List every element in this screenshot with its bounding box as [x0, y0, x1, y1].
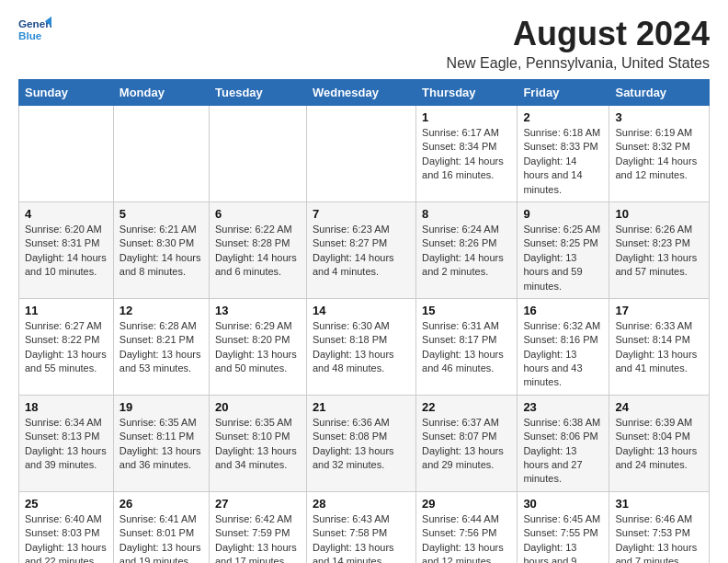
- day-info: Sunrise: 6:29 AM Sunset: 8:20 PM Dayligh…: [215, 319, 301, 376]
- col-tuesday: Tuesday: [210, 80, 307, 106]
- calendar-cell: [113, 106, 209, 202]
- calendar-week-4: 18Sunrise: 6:34 AM Sunset: 8:13 PM Dayli…: [19, 395, 710, 491]
- calendar-week-5: 25Sunrise: 6:40 AM Sunset: 8:03 PM Dayli…: [19, 491, 710, 563]
- col-friday: Friday: [518, 80, 609, 106]
- calendar-cell: 24Sunrise: 6:39 AM Sunset: 8:04 PM Dayli…: [609, 395, 710, 491]
- day-number: 31: [615, 497, 703, 511]
- day-info: Sunrise: 6:35 AM Sunset: 8:10 PM Dayligh…: [215, 416, 301, 473]
- calendar-cell: 18Sunrise: 6:34 AM Sunset: 8:13 PM Dayli…: [19, 395, 114, 491]
- day-info: Sunrise: 6:33 AM Sunset: 8:14 PM Dayligh…: [615, 319, 703, 376]
- title-area: August 2024 New Eagle, Pennsylvania, Uni…: [447, 15, 710, 72]
- col-wednesday: Wednesday: [306, 80, 415, 106]
- day-number: 5: [119, 207, 203, 221]
- day-number: 18: [25, 400, 108, 414]
- svg-text:Blue: Blue: [18, 29, 42, 41]
- calendar-body: 1Sunrise: 6:17 AM Sunset: 8:34 PM Daylig…: [19, 106, 710, 564]
- day-number: 10: [615, 207, 703, 221]
- day-info: Sunrise: 6:19 AM Sunset: 8:32 PM Dayligh…: [615, 126, 703, 183]
- calendar-week-1: 1Sunrise: 6:17 AM Sunset: 8:34 PM Daylig…: [19, 106, 710, 202]
- calendar-table: Sunday Monday Tuesday Wednesday Thursday…: [18, 79, 710, 563]
- day-number: 7: [313, 207, 410, 221]
- day-info: Sunrise: 6:40 AM Sunset: 8:03 PM Dayligh…: [25, 512, 108, 563]
- calendar-cell: 28Sunrise: 6:43 AM Sunset: 7:58 PM Dayli…: [306, 491, 415, 563]
- calendar-cell: 7Sunrise: 6:23 AM Sunset: 8:27 PM Daylig…: [306, 201, 415, 298]
- col-sunday: Sunday: [19, 80, 114, 106]
- svg-text:General: General: [18, 17, 51, 29]
- calendar-cell: 5Sunrise: 6:21 AM Sunset: 8:30 PM Daylig…: [113, 201, 209, 298]
- day-number: 11: [25, 304, 108, 317]
- header: General Blue August 2024 New Eagle, Penn…: [18, 15, 710, 72]
- col-thursday: Thursday: [416, 80, 518, 106]
- day-number: 4: [25, 207, 108, 221]
- day-info: Sunrise: 6:18 AM Sunset: 8:33 PM Dayligh…: [523, 126, 603, 197]
- calendar-cell: 25Sunrise: 6:40 AM Sunset: 8:03 PM Dayli…: [19, 491, 114, 563]
- day-number: 20: [215, 400, 301, 414]
- day-number: 12: [119, 304, 203, 317]
- calendar-cell: 2Sunrise: 6:18 AM Sunset: 8:33 PM Daylig…: [518, 106, 609, 202]
- day-info: Sunrise: 6:35 AM Sunset: 8:11 PM Dayligh…: [119, 416, 203, 473]
- day-info: Sunrise: 6:26 AM Sunset: 8:23 PM Dayligh…: [615, 223, 703, 280]
- day-info: Sunrise: 6:41 AM Sunset: 8:01 PM Dayligh…: [119, 512, 203, 563]
- calendar-cell: 10Sunrise: 6:26 AM Sunset: 8:23 PM Dayli…: [609, 201, 710, 298]
- day-number: 16: [523, 304, 603, 317]
- day-number: 21: [313, 400, 410, 414]
- day-number: 6: [215, 207, 301, 221]
- day-number: 14: [313, 304, 410, 317]
- calendar-cell: 6Sunrise: 6:22 AM Sunset: 8:28 PM Daylig…: [210, 201, 307, 298]
- day-number: 9: [523, 207, 603, 221]
- day-info: Sunrise: 6:46 AM Sunset: 7:53 PM Dayligh…: [615, 512, 703, 563]
- calendar-cell: 12Sunrise: 6:28 AM Sunset: 8:21 PM Dayli…: [113, 298, 209, 395]
- calendar-header: Sunday Monday Tuesday Wednesday Thursday…: [19, 80, 710, 106]
- day-info: Sunrise: 6:25 AM Sunset: 8:25 PM Dayligh…: [523, 223, 603, 293]
- day-number: 15: [422, 304, 511, 317]
- calendar-cell: 20Sunrise: 6:35 AM Sunset: 8:10 PM Dayli…: [210, 395, 307, 491]
- day-info: Sunrise: 6:27 AM Sunset: 8:22 PM Dayligh…: [25, 319, 108, 376]
- calendar-week-3: 11Sunrise: 6:27 AM Sunset: 8:22 PM Dayli…: [19, 298, 710, 395]
- day-info: Sunrise: 6:30 AM Sunset: 8:18 PM Dayligh…: [313, 319, 410, 376]
- day-info: Sunrise: 6:34 AM Sunset: 8:13 PM Dayligh…: [25, 416, 108, 473]
- calendar-cell: 11Sunrise: 6:27 AM Sunset: 8:22 PM Dayli…: [19, 298, 114, 395]
- day-info: Sunrise: 6:44 AM Sunset: 7:56 PM Dayligh…: [422, 512, 511, 563]
- day-info: Sunrise: 6:24 AM Sunset: 8:26 PM Dayligh…: [422, 223, 511, 280]
- col-saturday: Saturday: [609, 80, 710, 106]
- calendar-cell: 4Sunrise: 6:20 AM Sunset: 8:31 PM Daylig…: [19, 201, 114, 298]
- day-number: 28: [313, 497, 410, 511]
- day-info: Sunrise: 6:36 AM Sunset: 8:08 PM Dayligh…: [313, 416, 410, 473]
- day-number: 3: [615, 110, 703, 124]
- day-info: Sunrise: 6:20 AM Sunset: 8:31 PM Dayligh…: [25, 223, 108, 280]
- day-info: Sunrise: 6:38 AM Sunset: 8:06 PM Dayligh…: [523, 416, 603, 487]
- calendar-cell: 22Sunrise: 6:37 AM Sunset: 8:07 PM Dayli…: [416, 395, 518, 491]
- day-number: 24: [615, 400, 703, 414]
- day-number: 2: [523, 110, 603, 124]
- day-number: 25: [25, 497, 108, 511]
- calendar-cell: 15Sunrise: 6:31 AM Sunset: 8:17 PM Dayli…: [416, 298, 518, 395]
- logo: General Blue: [18, 15, 51, 48]
- calendar-cell: 29Sunrise: 6:44 AM Sunset: 7:56 PM Dayli…: [416, 491, 518, 563]
- day-info: Sunrise: 6:21 AM Sunset: 8:30 PM Dayligh…: [119, 223, 203, 280]
- day-info: Sunrise: 6:28 AM Sunset: 8:21 PM Dayligh…: [119, 319, 203, 376]
- header-row: Sunday Monday Tuesday Wednesday Thursday…: [19, 80, 710, 106]
- day-number: 17: [615, 304, 703, 317]
- calendar-cell: 14Sunrise: 6:30 AM Sunset: 8:18 PM Dayli…: [306, 298, 415, 395]
- day-number: 26: [119, 497, 203, 511]
- day-info: Sunrise: 6:17 AM Sunset: 8:34 PM Dayligh…: [422, 126, 511, 183]
- calendar-cell: 27Sunrise: 6:42 AM Sunset: 7:59 PM Dayli…: [210, 491, 307, 563]
- calendar-cell: 26Sunrise: 6:41 AM Sunset: 8:01 PM Dayli…: [113, 491, 209, 563]
- calendar-cell: 9Sunrise: 6:25 AM Sunset: 8:25 PM Daylig…: [518, 201, 609, 298]
- day-info: Sunrise: 6:22 AM Sunset: 8:28 PM Dayligh…: [215, 223, 301, 280]
- calendar-cell: 30Sunrise: 6:45 AM Sunset: 7:55 PM Dayli…: [518, 491, 609, 563]
- calendar-cell: 1Sunrise: 6:17 AM Sunset: 8:34 PM Daylig…: [416, 106, 518, 202]
- day-info: Sunrise: 6:31 AM Sunset: 8:17 PM Dayligh…: [422, 319, 511, 376]
- day-info: Sunrise: 6:32 AM Sunset: 8:16 PM Dayligh…: [523, 319, 603, 390]
- day-number: 13: [215, 304, 301, 317]
- day-info: Sunrise: 6:43 AM Sunset: 7:58 PM Dayligh…: [313, 512, 410, 563]
- day-number: 29: [422, 497, 511, 511]
- logo-icon: General Blue: [18, 15, 51, 48]
- day-info: Sunrise: 6:39 AM Sunset: 8:04 PM Dayligh…: [615, 416, 703, 473]
- calendar-cell: 17Sunrise: 6:33 AM Sunset: 8:14 PM Dayli…: [609, 298, 710, 395]
- calendar-cell: 19Sunrise: 6:35 AM Sunset: 8:11 PM Dayli…: [113, 395, 209, 491]
- day-number: 8: [422, 207, 511, 221]
- day-number: 22: [422, 400, 511, 414]
- calendar-cell: [19, 106, 114, 202]
- day-number: 23: [523, 400, 603, 414]
